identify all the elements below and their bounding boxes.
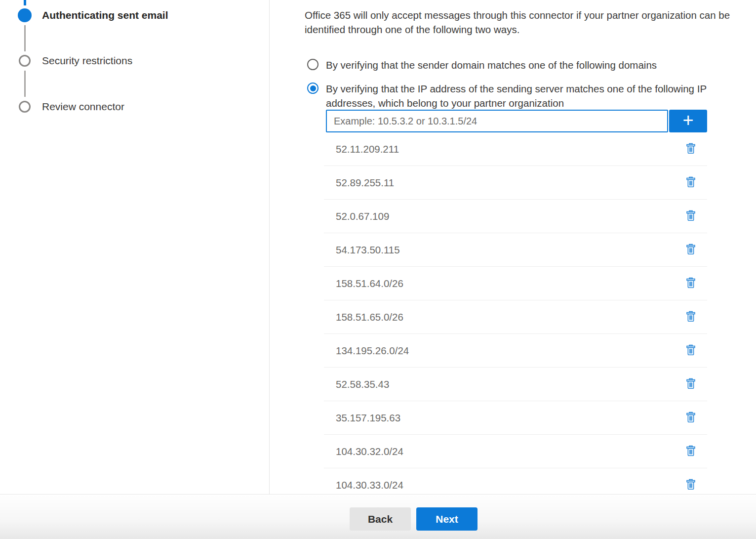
ip-row: 35.157.195.63	[324, 401, 707, 435]
ip-row: 52.0.67.109	[324, 200, 707, 233]
delete-ip-button[interactable]	[683, 343, 698, 359]
ip-address-input-row: +	[326, 110, 707, 132]
trash-icon	[684, 142, 697, 156]
step-description-line1: Office 365 will only accept messages thr…	[305, 8, 730, 22]
trash-icon	[684, 176, 697, 190]
next-button[interactable]: Next	[416, 507, 477, 531]
ip-address-value: 134.195.26.0/24	[336, 345, 409, 357]
step-authenticating-sent-email: Authenticating sent email	[42, 8, 168, 22]
ip-row: 54.173.50.115	[324, 233, 707, 267]
ip-address-value: 158.51.65.0/26	[336, 311, 403, 323]
delete-ip-button[interactable]	[683, 444, 698, 459]
trash-icon	[684, 344, 697, 358]
trash-icon	[684, 377, 697, 391]
stepper-connector-line	[24, 25, 26, 51]
step-review-connector: Review connector	[42, 100, 124, 114]
ip-address-value: 52.11.209.211	[336, 143, 399, 155]
ip-address-value: 54.173.50.115	[336, 244, 400, 256]
delete-ip-button[interactable]	[683, 141, 698, 157]
delete-ip-button[interactable]	[683, 477, 698, 493]
step-description: Office 365 will only accept messages thr…	[305, 8, 730, 37]
trash-icon	[684, 478, 697, 492]
ip-address-value: 104.30.33.0/24	[336, 479, 403, 491]
radio-option-sender-domain[interactable]: By verifying that the sender domain matc…	[307, 58, 657, 72]
radio-option-ip-address[interactable]: By verifying that the IP address of the …	[307, 82, 707, 110]
back-button[interactable]: Back	[350, 507, 411, 531]
stepper-connector-line	[24, 71, 26, 97]
ip-address-value: 52.89.255.11	[336, 177, 394, 189]
ip-row: 158.51.65.0/26	[324, 300, 707, 334]
wizard-footer: Back Next	[0, 494, 756, 539]
ip-row: 52.11.209.211	[324, 132, 707, 166]
radio-option-sender-domain-label: By verifying that the sender domain matc…	[326, 58, 657, 72]
trash-icon	[684, 445, 697, 458]
delete-ip-button[interactable]	[683, 410, 698, 426]
stepper-connector-top	[24, 0, 26, 5]
ip-address-value: 104.30.32.0/24	[336, 446, 403, 457]
step-indicator-icon	[19, 101, 31, 113]
radio-option-ip-address-label-line2: addresses, which belong to your partner …	[326, 97, 564, 109]
ip-address-value: 35.157.195.63	[336, 412, 400, 424]
ip-row: 104.30.32.0/24	[324, 435, 707, 468]
ip-row: 52.89.255.11	[324, 166, 707, 200]
footer-buttons: Back Next	[350, 507, 477, 531]
step-indicator-active-icon	[18, 8, 32, 22]
plus-icon: +	[682, 111, 693, 129]
ip-address-value: 158.51.64.0/26	[336, 278, 403, 290]
trash-icon	[684, 411, 697, 425]
ip-address-input[interactable]	[326, 110, 668, 132]
delete-ip-button[interactable]	[683, 208, 698, 224]
step-indicator-icon	[19, 55, 31, 67]
ip-row: 52.58.35.43	[324, 368, 707, 401]
ip-address-value: 52.0.67.109	[336, 210, 389, 222]
ip-address-value: 52.58.35.43	[336, 378, 389, 390]
radio-option-ip-address-label-line1: By verifying that the IP address of the …	[326, 83, 707, 94]
delete-ip-button[interactable]	[683, 376, 698, 392]
radio-selected-icon[interactable]	[307, 83, 318, 94]
delete-ip-button[interactable]	[683, 309, 698, 325]
radio-option-ip-address-label: By verifying that the IP address of the …	[326, 82, 707, 110]
delete-ip-button[interactable]	[683, 175, 698, 191]
connector-wizard-screen: Authenticating sent email Security restr…	[0, 0, 756, 539]
trash-icon	[684, 243, 697, 257]
trash-icon	[684, 310, 697, 324]
step-security-restrictions: Security restrictions	[42, 54, 132, 68]
ip-address-list: 52.11.209.211 52.89.255.11 52.0.67.109 5…	[324, 132, 707, 502]
trash-icon	[684, 277, 697, 290]
delete-ip-button[interactable]	[683, 242, 698, 258]
radio-unselected-icon[interactable]	[307, 59, 318, 70]
add-ip-button[interactable]: +	[669, 110, 707, 132]
step-description-line2: identified through one of the following …	[305, 22, 730, 37]
delete-ip-button[interactable]	[683, 276, 698, 291]
wizard-stepper-panel: Authenticating sent email Security restr…	[0, 0, 270, 494]
trash-icon	[684, 209, 697, 223]
ip-row: 158.51.64.0/26	[324, 267, 707, 300]
ip-row: 134.195.26.0/24	[324, 334, 707, 368]
